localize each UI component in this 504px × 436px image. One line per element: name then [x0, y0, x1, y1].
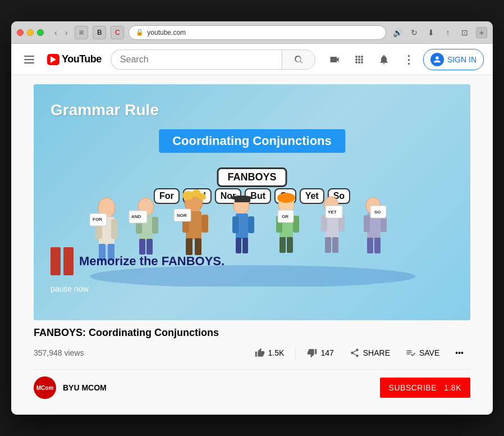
minimize-button[interactable]	[27, 29, 34, 36]
dislike-button[interactable]: 147	[300, 343, 340, 362]
toolbar-icons: 🔊 ↻ ⬇ ↑ ⊡	[391, 26, 471, 39]
svg-rect-42	[293, 216, 299, 233]
sign-in-avatar	[430, 53, 444, 66]
svg-rect-43	[280, 237, 286, 253]
svg-text:FOR: FOR	[93, 217, 102, 222]
upload-button[interactable]	[324, 49, 345, 70]
pause-overlay: Memorize the FANBOYS.	[51, 247, 224, 275]
fanboys-label-box: FANBOYS	[217, 167, 287, 187]
channel-avatar: MCom	[34, 376, 56, 399]
share-browser-icon[interactable]: ↑	[441, 26, 455, 39]
video-info: FANBOYS: Coordinating Conjunctions 357,9…	[34, 320, 470, 370]
pause-now-text: pause now	[51, 284, 89, 293]
notifications-button[interactable]	[374, 49, 394, 70]
pause-bar-left	[51, 247, 61, 275]
share-button[interactable]: SHARE	[343, 343, 397, 362]
svg-rect-57	[364, 215, 370, 232]
ext-icon-2[interactable]: C	[111, 26, 124, 39]
svg-rect-25	[201, 215, 208, 233]
svg-text:NOR: NOR	[177, 213, 187, 218]
search-input[interactable]	[111, 49, 282, 70]
like-button[interactable]: 1.5K	[248, 343, 291, 362]
dislike-count: 147	[320, 348, 333, 357]
address-bar[interactable]: 🔒 youtube.com	[129, 25, 386, 40]
video-meta: 357,948 views 1.5K	[34, 343, 470, 362]
svg-rect-51	[325, 237, 331, 253]
download-icon[interactable]: ⬇	[424, 26, 438, 39]
save-label: SAVE	[419, 348, 439, 357]
title-bar: ‹ › ⊞ B C 🔒 youtube.com 🔊 ↻ ⬇ ↑ ⊡ +	[11, 21, 493, 44]
svg-point-39	[277, 193, 295, 203]
tab-window-button[interactable]: ⊞	[75, 26, 88, 39]
search-container	[111, 49, 315, 70]
subscribe-button[interactable]: SUBSCRIBE 1.8K	[380, 378, 470, 398]
maximize-button[interactable]	[37, 29, 44, 36]
main-content: Grammar Rule Coordinating Conjunctions F…	[11, 75, 493, 415]
svg-text:SO: SO	[374, 210, 381, 215]
sign-in-button[interactable]: SIGN IN	[423, 49, 484, 70]
subscriber-count: 1.8K	[444, 383, 461, 392]
svg-text:AND: AND	[131, 214, 141, 219]
play-triangle	[51, 56, 56, 63]
more-options-button[interactable]: ⋮	[398, 49, 419, 70]
more-actions-button[interactable]: •••	[448, 344, 470, 362]
like-dislike-divider	[295, 346, 296, 360]
svg-rect-59	[367, 238, 373, 253]
svg-rect-44	[287, 237, 293, 253]
pause-bar-right	[63, 247, 74, 275]
video-player[interactable]: Grammar Rule Coordinating Conjunctions F…	[34, 84, 470, 320]
svg-rect-36	[236, 238, 241, 253]
thumbs-down-icon	[307, 348, 317, 358]
youtube-logo-icon	[47, 54, 59, 65]
thumbs-up-icon	[255, 348, 265, 358]
header-actions: ⋮ SIGN IN	[324, 49, 484, 70]
back-button[interactable]: ‹	[52, 27, 60, 38]
close-button[interactable]	[17, 29, 24, 36]
svg-point-22	[198, 193, 206, 200]
new-tab-button[interactable]: +	[476, 27, 487, 38]
channel-avatar-text: MCom	[36, 385, 54, 391]
svg-rect-37	[242, 238, 248, 253]
lock-icon: 🔒	[136, 29, 144, 36]
svg-rect-52	[332, 237, 338, 253]
browser-window: ‹ › ⊞ B C 🔒 youtube.com 🔊 ↻ ⬇ ↑ ⊡ +	[11, 21, 493, 415]
svg-rect-6	[111, 219, 118, 239]
save-icon	[406, 348, 416, 358]
ext-icon-1[interactable]: B	[93, 26, 106, 39]
like-count: 1.5K	[268, 348, 285, 357]
svg-rect-0	[24, 56, 34, 57]
svg-text:OR: OR	[282, 214, 288, 219]
refresh-button[interactable]: ↻	[407, 26, 421, 39]
youtube-logo-text: YouTube	[62, 53, 102, 65]
menu-button[interactable]	[20, 51, 38, 69]
pause-icon	[51, 247, 74, 275]
traffic-lights	[17, 29, 44, 36]
channel-name[interactable]: BYU MCOM	[63, 383, 107, 392]
share-icon	[350, 348, 360, 358]
reader-view-icon[interactable]: ⊡	[458, 26, 471, 39]
svg-rect-14	[152, 217, 158, 234]
forward-button[interactable]: ›	[62, 27, 71, 38]
audio-icon[interactable]: 🔊	[391, 26, 404, 39]
share-label: SHARE	[363, 348, 390, 357]
svg-rect-34	[232, 216, 239, 233]
apps-button[interactable]	[349, 49, 369, 70]
svg-point-20	[182, 191, 194, 200]
video-thumbnail: Grammar Rule Coordinating Conjunctions F…	[34, 84, 470, 320]
subscribe-label: SUBSCRIBE	[389, 383, 437, 392]
memorize-text: Memorize the FANBOYS.	[79, 254, 224, 269]
save-button[interactable]: SAVE	[399, 343, 446, 362]
search-button[interactable]	[282, 49, 315, 70]
content-area: YouTube	[11, 44, 493, 415]
svg-rect-60	[374, 238, 381, 253]
coordinating-conjunctions-banner: Coordinating Conjunctions	[159, 129, 345, 153]
address-text: youtube.com	[147, 29, 186, 37]
nav-buttons: ‹ ›	[52, 27, 70, 38]
sign-in-label: SIGN IN	[447, 55, 476, 64]
grammar-rule-text: Grammar Rule	[51, 101, 159, 119]
svg-point-32	[230, 196, 253, 200]
youtube-logo[interactable]: YouTube	[47, 53, 102, 65]
svg-rect-1	[24, 59, 34, 60]
svg-text:YET: YET	[328, 210, 337, 215]
svg-rect-2	[24, 62, 34, 63]
